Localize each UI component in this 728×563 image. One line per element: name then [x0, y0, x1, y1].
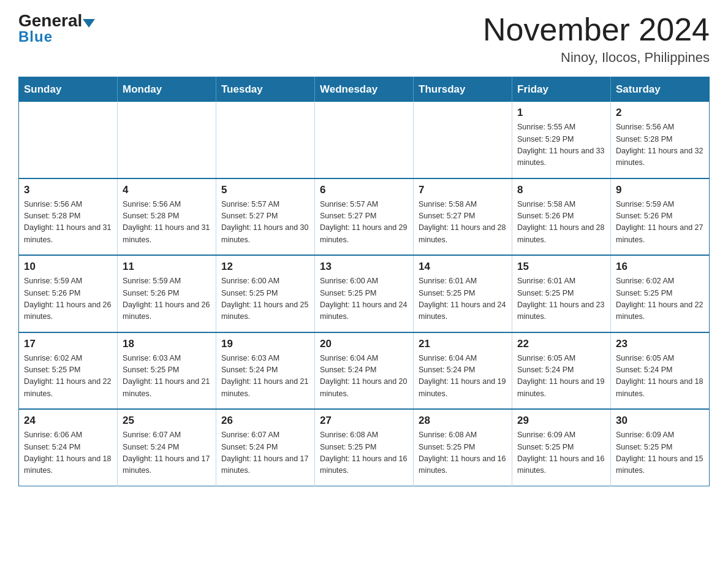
- day-info: Sunrise: 6:07 AMSunset: 5:24 PMDaylight:…: [123, 429, 211, 477]
- calendar-cell: 15Sunrise: 6:01 AMSunset: 5:25 PMDayligh…: [512, 255, 611, 332]
- day-number: 10: [24, 261, 112, 273]
- calendar-cell: [315, 102, 414, 178]
- calendar-cell: 29Sunrise: 6:09 AMSunset: 5:25 PMDayligh…: [512, 409, 611, 486]
- day-info: Sunrise: 6:04 AMSunset: 5:24 PMDaylight:…: [320, 353, 408, 400]
- day-info: Sunrise: 5:59 AMSunset: 5:26 PMDaylight:…: [123, 275, 211, 323]
- day-number: 14: [419, 261, 507, 273]
- calendar-cell: 6Sunrise: 5:57 AMSunset: 5:27 PMDaylight…: [315, 178, 414, 256]
- day-number: 16: [616, 261, 704, 273]
- page-header: General Blue November 2024 Ninoy, Ilocos…: [18, 12, 710, 66]
- calendar-body: 1Sunrise: 5:55 AMSunset: 5:29 PMDaylight…: [19, 102, 710, 486]
- day-info: Sunrise: 5:58 AMSunset: 5:26 PMDaylight:…: [517, 199, 605, 247]
- day-info: Sunrise: 5:56 AMSunset: 5:28 PMDaylight:…: [123, 199, 211, 247]
- weekday-header-row: SundayMondayTuesdayWednesdayThursdayFrid…: [19, 77, 710, 102]
- calendar-cell: 23Sunrise: 6:05 AMSunset: 5:24 PMDayligh…: [611, 332, 710, 410]
- calendar-row-4: 24Sunrise: 6:06 AMSunset: 5:24 PMDayligh…: [19, 409, 710, 486]
- day-number: 19: [221, 338, 309, 350]
- day-number: 7: [419, 184, 507, 196]
- calendar-cell: [19, 102, 118, 178]
- day-number: 1: [517, 107, 605, 119]
- logo-name: General: [18, 12, 95, 29]
- weekday-header-friday: Friday: [512, 77, 611, 102]
- day-info: Sunrise: 6:09 AMSunset: 5:25 PMDaylight:…: [517, 429, 605, 477]
- calendar-cell: 9Sunrise: 5:59 AMSunset: 5:26 PMDaylight…: [611, 178, 710, 256]
- day-number: 18: [123, 338, 211, 350]
- day-number: 12: [221, 261, 309, 273]
- day-info: Sunrise: 5:57 AMSunset: 5:27 PMDaylight:…: [320, 199, 408, 247]
- day-number: 4: [123, 184, 211, 196]
- calendar-cell: 11Sunrise: 5:59 AMSunset: 5:26 PMDayligh…: [118, 255, 216, 332]
- calendar-cell: [216, 102, 315, 178]
- day-info: Sunrise: 6:03 AMSunset: 5:24 PMDaylight:…: [221, 353, 309, 400]
- day-info: Sunrise: 6:05 AMSunset: 5:24 PMDaylight:…: [616, 353, 704, 400]
- calendar-cell: 4Sunrise: 5:56 AMSunset: 5:28 PMDaylight…: [118, 178, 216, 256]
- day-info: Sunrise: 6:02 AMSunset: 5:25 PMDaylight:…: [24, 353, 112, 400]
- calendar-cell: [118, 102, 216, 178]
- calendar-cell: 22Sunrise: 6:05 AMSunset: 5:24 PMDayligh…: [512, 332, 611, 410]
- calendar-cell: 10Sunrise: 5:59 AMSunset: 5:26 PMDayligh…: [19, 255, 118, 332]
- day-number: 15: [517, 261, 605, 273]
- day-number: 20: [320, 338, 408, 350]
- calendar-cell: 3Sunrise: 5:56 AMSunset: 5:28 PMDaylight…: [19, 178, 118, 256]
- day-number: 6: [320, 184, 408, 196]
- calendar-cell: 12Sunrise: 6:00 AMSunset: 5:25 PMDayligh…: [216, 255, 315, 332]
- calendar-cell: 17Sunrise: 6:02 AMSunset: 5:25 PMDayligh…: [19, 332, 118, 410]
- day-number: 22: [517, 338, 605, 350]
- calendar-cell: 21Sunrise: 6:04 AMSunset: 5:24 PMDayligh…: [414, 332, 512, 410]
- day-number: 28: [419, 415, 507, 427]
- day-number: 30: [616, 415, 704, 427]
- day-number: 3: [24, 184, 112, 196]
- calendar-cell: 28Sunrise: 6:08 AMSunset: 5:25 PMDayligh…: [414, 409, 512, 486]
- calendar-cell: 7Sunrise: 5:58 AMSunset: 5:27 PMDaylight…: [414, 178, 512, 256]
- day-info: Sunrise: 6:05 AMSunset: 5:24 PMDaylight:…: [517, 353, 605, 400]
- weekday-header-saturday: Saturday: [611, 77, 710, 102]
- day-number: 25: [123, 415, 211, 427]
- weekday-header-thursday: Thursday: [414, 77, 512, 102]
- calendar-cell: 18Sunrise: 6:03 AMSunset: 5:25 PMDayligh…: [118, 332, 216, 410]
- logo: General Blue: [18, 12, 95, 45]
- calendar-cell: 16Sunrise: 6:02 AMSunset: 5:25 PMDayligh…: [611, 255, 710, 332]
- calendar-cell: 13Sunrise: 6:00 AMSunset: 5:25 PMDayligh…: [315, 255, 414, 332]
- day-info: Sunrise: 5:58 AMSunset: 5:27 PMDaylight:…: [419, 199, 507, 247]
- day-info: Sunrise: 5:56 AMSunset: 5:28 PMDaylight:…: [24, 199, 112, 247]
- calendar-cell: 8Sunrise: 5:58 AMSunset: 5:26 PMDaylight…: [512, 178, 611, 256]
- day-info: Sunrise: 5:56 AMSunset: 5:28 PMDaylight:…: [616, 121, 704, 169]
- day-info: Sunrise: 6:06 AMSunset: 5:24 PMDaylight:…: [24, 429, 112, 477]
- calendar-cell: 5Sunrise: 5:57 AMSunset: 5:27 PMDaylight…: [216, 178, 315, 256]
- calendar-cell: 27Sunrise: 6:08 AMSunset: 5:25 PMDayligh…: [315, 409, 414, 486]
- day-number: 26: [221, 415, 309, 427]
- location-title: Ninoy, Ilocos, Philippines: [483, 50, 710, 66]
- calendar-row-1: 3Sunrise: 5:56 AMSunset: 5:28 PMDaylight…: [19, 178, 710, 256]
- calendar-cell: 24Sunrise: 6:06 AMSunset: 5:24 PMDayligh…: [19, 409, 118, 486]
- calendar-cell: 1Sunrise: 5:55 AMSunset: 5:29 PMDaylight…: [512, 102, 611, 178]
- day-number: 29: [517, 415, 605, 427]
- day-number: 23: [616, 338, 704, 350]
- calendar-cell: 20Sunrise: 6:04 AMSunset: 5:24 PMDayligh…: [315, 332, 414, 410]
- title-area: November 2024 Ninoy, Ilocos, Philippines: [483, 12, 710, 66]
- day-info: Sunrise: 6:08 AMSunset: 5:25 PMDaylight:…: [419, 429, 507, 477]
- weekday-header-monday: Monday: [118, 77, 216, 102]
- day-number: 17: [24, 338, 112, 350]
- day-number: 9: [616, 184, 704, 196]
- day-number: 5: [221, 184, 309, 196]
- day-info: Sunrise: 6:01 AMSunset: 5:25 PMDaylight:…: [517, 275, 605, 323]
- day-info: Sunrise: 6:08 AMSunset: 5:25 PMDaylight:…: [320, 429, 408, 477]
- calendar-row-0: 1Sunrise: 5:55 AMSunset: 5:29 PMDaylight…: [19, 102, 710, 178]
- day-info: Sunrise: 5:55 AMSunset: 5:29 PMDaylight:…: [517, 121, 605, 169]
- calendar-row-3: 17Sunrise: 6:02 AMSunset: 5:25 PMDayligh…: [19, 332, 710, 410]
- day-number: 24: [24, 415, 112, 427]
- month-title: November 2024: [483, 12, 710, 47]
- day-info: Sunrise: 5:59 AMSunset: 5:26 PMDaylight:…: [616, 199, 704, 247]
- day-info: Sunrise: 6:09 AMSunset: 5:25 PMDaylight:…: [616, 429, 704, 477]
- calendar-cell: 14Sunrise: 6:01 AMSunset: 5:25 PMDayligh…: [414, 255, 512, 332]
- day-number: 11: [123, 261, 211, 273]
- day-info: Sunrise: 6:07 AMSunset: 5:24 PMDaylight:…: [221, 429, 309, 477]
- day-info: Sunrise: 5:57 AMSunset: 5:27 PMDaylight:…: [221, 199, 309, 247]
- day-info: Sunrise: 6:03 AMSunset: 5:25 PMDaylight:…: [123, 353, 211, 400]
- calendar-cell: 19Sunrise: 6:03 AMSunset: 5:24 PMDayligh…: [216, 332, 315, 410]
- day-number: 21: [419, 338, 507, 350]
- weekday-header-wednesday: Wednesday: [315, 77, 414, 102]
- day-number: 8: [517, 184, 605, 196]
- day-info: Sunrise: 6:00 AMSunset: 5:25 PMDaylight:…: [320, 275, 408, 323]
- day-info: Sunrise: 6:01 AMSunset: 5:25 PMDaylight:…: [419, 275, 507, 323]
